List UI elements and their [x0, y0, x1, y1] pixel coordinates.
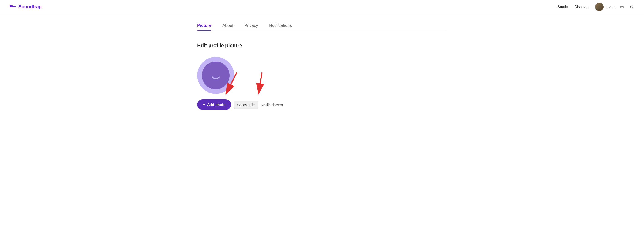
add-photo-label: Add photo [207, 103, 226, 107]
settings-icon-button[interactable]: ⚙ [629, 3, 635, 11]
avatar-inner [202, 62, 230, 89]
action-area: + Add photo Choose File No file chosen [197, 99, 283, 110]
user-section: Spart ✉ ⚙ [595, 3, 635, 11]
smiley-face-icon [208, 67, 224, 83]
mail-icon: ✉ [620, 4, 624, 10]
discover-nav-link[interactable]: Discover [574, 5, 589, 9]
avatar-placeholder [197, 57, 234, 94]
tab-navigation: Picture About Privacy Notifications [197, 23, 447, 31]
mail-icon-button[interactable]: ✉ [619, 3, 625, 11]
main-content: Picture About Privacy Notifications Edit… [184, 14, 460, 119]
settings-icon: ⚙ [630, 4, 634, 10]
avatar[interactable] [595, 3, 604, 11]
no-file-text: No file chosen [261, 103, 283, 107]
plus-icon: + [203, 102, 205, 107]
section-title: Edit profile picture [197, 43, 447, 49]
tab-picture[interactable]: Picture [197, 23, 211, 31]
tab-notifications[interactable]: Notifications [269, 23, 292, 31]
studio-nav-link[interactable]: Studio [558, 5, 568, 9]
navbar-left: Soundtrap [9, 4, 42, 10]
logo-icon [9, 5, 17, 10]
navbar-right: Studio Discover Spart ✉ ⚙ [558, 3, 635, 11]
profile-picture-area: + Add photo Choose File No file chosen [197, 57, 447, 110]
navbar: Soundtrap Studio Discover Spart ✉ ⚙ [0, 0, 644, 14]
choose-file-button[interactable]: Choose File [234, 101, 258, 109]
logo-text[interactable]: Soundtrap [18, 4, 42, 10]
action-row: + Add photo Choose File No file chosen [197, 99, 283, 110]
tab-about[interactable]: About [222, 23, 233, 31]
add-photo-button[interactable]: + Add photo [197, 99, 231, 110]
avatar-image [595, 3, 604, 11]
username-label[interactable]: Spart [607, 5, 616, 9]
tab-privacy[interactable]: Privacy [244, 23, 258, 31]
